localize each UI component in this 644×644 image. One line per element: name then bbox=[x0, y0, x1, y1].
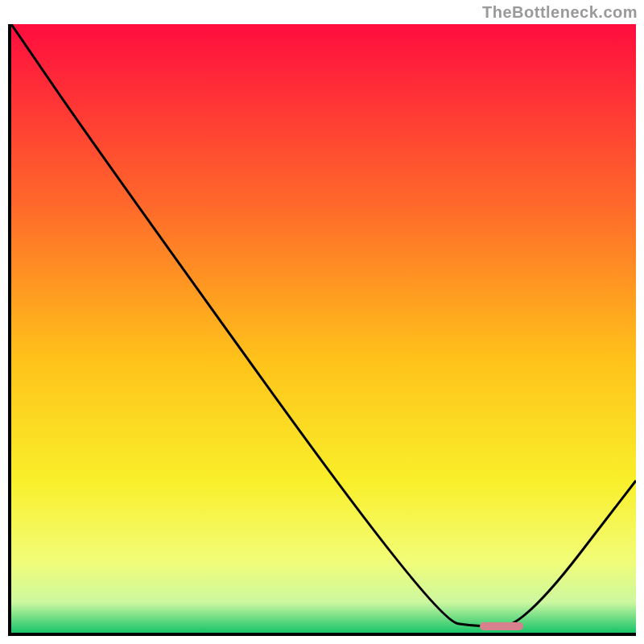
watermark-label: TheBottleneck.com bbox=[482, 3, 638, 22]
chart-svg bbox=[11, 24, 636, 633]
bottleneck-chart bbox=[8, 24, 636, 636]
chart-background bbox=[11, 24, 636, 633]
optimal-range-marker bbox=[480, 622, 523, 630]
